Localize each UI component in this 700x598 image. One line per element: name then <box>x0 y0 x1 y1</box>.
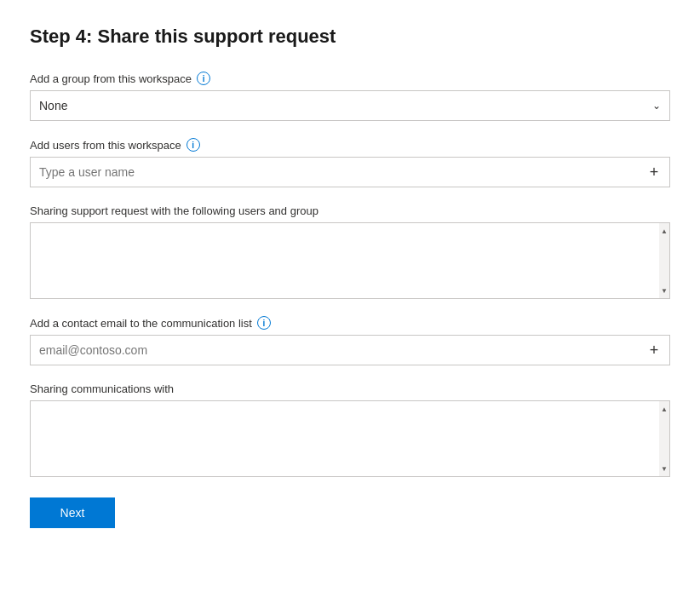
group-info-icon[interactable]: i <box>197 72 210 85</box>
next-button[interactable]: Next <box>30 497 115 528</box>
users-section: Add users from this workspace i + <box>30 138 670 187</box>
sharing-comms-label-text: Sharing communications with <box>30 382 174 395</box>
scroll-up-comms-icon[interactable]: ▲ <box>659 403 669 415</box>
group-section-label: Add a group from this workspace i <box>30 72 670 85</box>
user-name-input[interactable] <box>31 165 639 179</box>
chevron-down-icon: ⌄ <box>652 100 661 112</box>
page-title: Step 4: Share this support request <box>30 26 670 48</box>
sharing-users-section: Sharing support request with the followi… <box>30 204 670 299</box>
add-user-button[interactable]: + <box>639 158 669 187</box>
footer: Next <box>30 497 670 528</box>
group-dropdown[interactable]: None ⌄ <box>30 90 670 121</box>
group-section: Add a group from this workspace i None ⌄ <box>30 72 670 121</box>
email-section-label: Add a contact email to the communication… <box>30 316 670 330</box>
users-section-label: Add users from this workspace i <box>30 138 670 152</box>
email-section: Add a contact email to the communication… <box>30 316 670 365</box>
scroll-down-comms-icon[interactable]: ▼ <box>659 463 669 474</box>
users-label-text: Add users from this workspace <box>30 139 181 152</box>
sharing-users-label-text: Sharing support request with the followi… <box>30 204 318 217</box>
scrollbar-track-comms: ▲ ▼ <box>659 401 669 476</box>
sharing-comms-section: Sharing communications with ▲ ▼ <box>30 382 670 477</box>
email-info-icon[interactable]: i <box>257 316 271 330</box>
scrollbar-track-users: ▲ ▼ <box>659 223 669 298</box>
sharing-users-box[interactable]: ▲ ▼ <box>30 222 670 299</box>
email-input[interactable] <box>31 343 639 357</box>
scroll-down-icon[interactable]: ▼ <box>659 285 669 296</box>
scroll-up-icon[interactable]: ▲ <box>659 225 669 237</box>
email-input-wrapper: + <box>30 335 670 365</box>
group-dropdown-value: None <box>39 99 652 112</box>
users-input-wrapper: + <box>30 157 670 187</box>
group-label-text: Add a group from this workspace <box>30 72 192 85</box>
add-email-button[interactable]: + <box>639 336 669 365</box>
email-label-text: Add a contact email to the communication… <box>30 317 252 330</box>
sharing-comms-label: Sharing communications with <box>30 382 670 395</box>
sharing-comms-box[interactable]: ▲ ▼ <box>30 400 670 477</box>
sharing-users-label: Sharing support request with the followi… <box>30 204 670 217</box>
users-info-icon[interactable]: i <box>186 138 200 152</box>
